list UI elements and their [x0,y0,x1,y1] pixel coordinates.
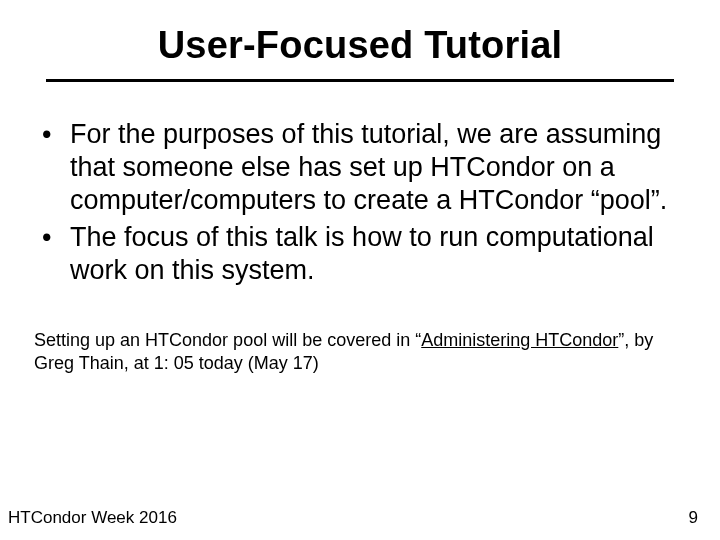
title-divider [46,79,674,82]
list-item: The focus of this talk is how to run com… [34,221,682,287]
bullet-list: For the purposes of this tutorial, we ar… [34,118,682,287]
footnote-link[interactable]: Administering HTCondor [421,330,618,350]
footnote: Setting up an HTCondor pool will be cove… [28,329,692,375]
slide-title: User-Focused Tutorial [68,24,652,73]
footnote-prefix: Setting up an HTCondor pool will be cove… [34,330,421,350]
body-content: For the purposes of this tutorial, we ar… [28,118,692,287]
page-number: 9 [689,508,698,528]
list-item: For the purposes of this tutorial, we ar… [34,118,682,217]
title-block: User-Focused Tutorial [68,24,652,73]
slide: User-Focused Tutorial For the purposes o… [0,0,720,540]
footer-left: HTCondor Week 2016 [8,508,177,528]
